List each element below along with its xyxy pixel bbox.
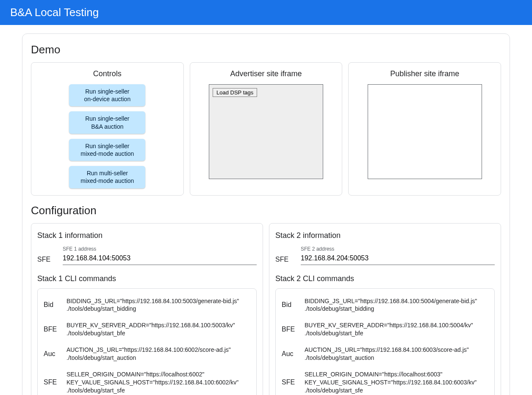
cli-tag-bid: Bid (282, 301, 299, 309)
btn-line1: Run single-seller (85, 115, 129, 122)
stack1-sfe-tag: SFE (37, 256, 54, 265)
cli-val-bfe: BUYER_KV_SERVER_ADDR="https://192.168.84… (66, 321, 250, 337)
stack2-bid-row: Bid BIDDING_JS_URL="https://192.168.84.1… (282, 293, 488, 318)
config-title: Configuration (31, 204, 501, 217)
publisher-title: Publisher site iframe (390, 69, 459, 78)
cli-tag-sfe: SFE (282, 378, 299, 386)
run-multi-seller-mixed-button[interactable]: Run multi-seller mixed-mode auction (69, 166, 145, 188)
btn-line2: B&A auction (91, 123, 123, 130)
btn-line1: Run single-seller (85, 88, 129, 95)
publisher-panel: Publisher site iframe (348, 62, 501, 196)
app-header: B&A Local Testing (0, 0, 532, 25)
controls-panel: Controls Run single-seller on-device auc… (31, 62, 184, 196)
main-card: Demo Controls Run single-seller on-devic… (22, 33, 510, 395)
controls-list: Run single-seller on-device auction Run … (69, 84, 145, 188)
publisher-iframe (368, 84, 482, 179)
cli-val-bid: BIDDING_JS_URL="https://192.168.84.100:5… (66, 297, 250, 313)
stack2-panel: Stack 2 information SFE SFE 2 address St… (269, 223, 501, 395)
app-title: B&A Local Testing (10, 6, 99, 19)
stack2-title: Stack 2 information (275, 231, 495, 240)
stack2-sfe-tag: SFE (275, 256, 292, 265)
sfe1-address-input[interactable] (63, 253, 257, 265)
run-single-seller-on-device-button[interactable]: Run single-seller on-device auction (69, 84, 145, 106)
cli-tag-bfe: BFE (44, 326, 61, 333)
stack1-cli-box: Bid BIDDING_JS_URL="https://192.168.84.1… (37, 288, 257, 395)
cli-val-auc: AUCTION_JS_URL="https://192.168.84.100:6… (305, 346, 488, 362)
btn-line2: mixed-mode auction (80, 177, 134, 184)
stack2-sfe-row: SFE SELLER_ORIGIN_DOMAIN="https://localh… (282, 366, 488, 395)
controls-title: Controls (93, 69, 122, 78)
demo-row: Controls Run single-seller on-device auc… (31, 62, 501, 196)
cli-tag-auc: Auc (282, 350, 299, 358)
advertiser-title: Advertiser site iframe (230, 69, 302, 78)
run-single-seller-ba-button[interactable]: Run single-seller B&A auction (69, 111, 145, 133)
btn-line1: Run multi-seller (87, 170, 128, 177)
stack2-cli-box: Bid BIDDING_JS_URL="https://192.168.84.1… (275, 288, 495, 395)
btn-line1: Run single-seller (85, 143, 129, 149)
config-row: Stack 1 information SFE SFE 1 address St… (31, 223, 501, 395)
cli-val-sfe: SELLER_ORIGIN_DOMAIN="https://localhost:… (305, 370, 488, 395)
cli-val-bfe: BUYER_KV_SERVER_ADDR="https://192.168.84… (305, 321, 488, 337)
advertiser-iframe: Load DSP tags (209, 84, 323, 179)
stack1-sfe-label: SFE 1 address (63, 246, 257, 252)
btn-line2: mixed-mode auction (80, 150, 134, 157)
stack2-auc-row: Auc AUCTION_JS_URL="https://192.168.84.1… (282, 342, 488, 366)
load-dsp-tags-button[interactable]: Load DSP tags (213, 88, 257, 97)
stack1-sfe-field: SFE 1 address (63, 246, 257, 265)
stack1-panel: Stack 1 information SFE SFE 1 address St… (31, 223, 263, 395)
stack1-sfe-row: SFE SELLER_ORIGIN_DOMAIN="https://localh… (44, 366, 250, 395)
cli-tag-auc: Auc (44, 350, 61, 358)
demo-title: Demo (31, 43, 501, 56)
configuration-section: Configuration Stack 1 information SFE SF… (31, 204, 501, 395)
stack2-sfe-field: SFE 2 address (301, 246, 495, 265)
sfe2-address-input[interactable] (301, 253, 495, 265)
stack1-auc-row: Auc AUCTION_JS_URL="https://192.168.84.1… (44, 342, 250, 366)
cli-tag-bfe: BFE (282, 326, 299, 333)
cli-val-auc: AUCTION_JS_URL="https://192.168.84.100:6… (66, 346, 250, 362)
stack2-cli-title: Stack 2 CLI commands (275, 274, 495, 283)
btn-line2: on-device auction (84, 96, 130, 102)
cli-val-sfe: SELLER_ORIGIN_DOMAIN="https://localhost:… (66, 370, 250, 395)
stack1-bid-row: Bid BIDDING_JS_URL="https://192.168.84.1… (44, 293, 250, 318)
demo-section: Demo Controls Run single-seller on-devic… (31, 43, 501, 196)
stack1-title: Stack 1 information (37, 231, 257, 240)
cli-tag-sfe: SFE (44, 378, 61, 386)
cli-tag-bid: Bid (44, 301, 61, 309)
stack1-sfe-row: SFE SFE 1 address (37, 246, 257, 265)
stack2-bfe-row: BFE BUYER_KV_SERVER_ADDR="https://192.16… (282, 317, 488, 342)
stack2-sfe-label: SFE 2 address (301, 246, 495, 252)
stack2-sfe-row: SFE SFE 2 address (275, 246, 495, 265)
run-single-seller-mixed-button[interactable]: Run single-seller mixed-mode auction (69, 139, 145, 161)
stack1-bfe-row: BFE BUYER_KV_SERVER_ADDR="https://192.16… (44, 317, 250, 342)
stack1-cli-title: Stack 1 CLI commands (37, 274, 257, 283)
advertiser-panel: Advertiser site iframe Load DSP tags (190, 62, 343, 196)
cli-val-bid: BIDDING_JS_URL="https://192.168.84.100:5… (305, 297, 488, 313)
